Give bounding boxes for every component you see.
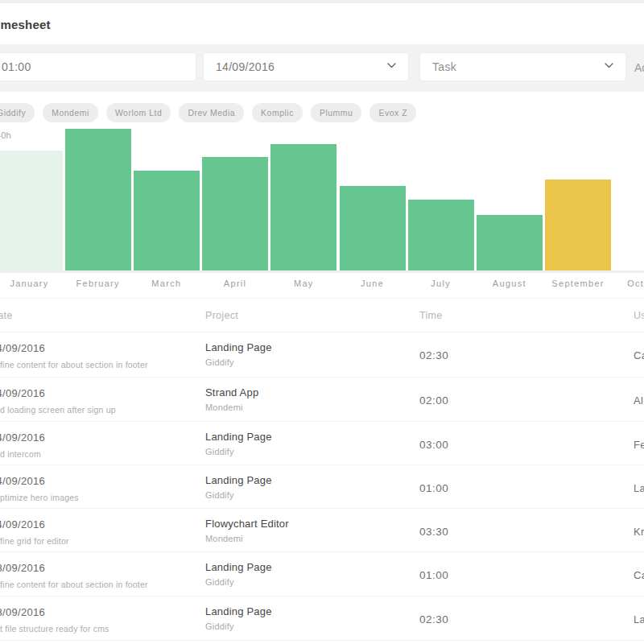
entry-time: 03:00	[419, 439, 448, 451]
month-label-october: October	[598, 279, 644, 288]
entry-client: Giddify	[205, 357, 272, 367]
table-row[interactable]: 13/09/2016 fine content for about sectio…	[0, 551, 644, 596]
entry-user: Ca	[634, 569, 644, 581]
entry-user: Kr	[634, 526, 644, 538]
monthly-hours-bar-chart: 40h 30h 20h 10h JanuaryFebruaryMarchApri…	[0, 121, 644, 294]
table-row[interactable]: 14/09/2016 d intercom Landing PageGiddif…	[0, 421, 644, 465]
entry-date: 14/09/2016	[0, 431, 45, 444]
entry-time: 03:30	[419, 526, 448, 538]
entry-time: 01:00	[419, 569, 448, 581]
entry-time: 01:00	[419, 482, 448, 494]
chevron-down-icon[interactable]	[605, 63, 613, 68]
date-filter-value: 14/09/2016	[216, 60, 275, 73]
entry-project: Landing Page	[205, 474, 272, 486]
entry-client: Giddify	[205, 577, 272, 587]
table-row[interactable]: 14/09/2016 fine grid for editor Flowycha…	[0, 508, 644, 552]
timesheet-app: Timesheet 01:00 14/09/2016 Task Ac Giddi…	[0, 0, 644, 644]
client-filter-pills: Giddify Mondemi Worlom Ltd Drev Media Ko…	[0, 103, 416, 122]
bar-april[interactable]	[202, 157, 268, 270]
chevron-down-icon[interactable]	[387, 63, 396, 68]
entry-task-description: t file structure ready for cms	[0, 624, 109, 634]
table-row[interactable]: 14/09/2016 fine content for about sectio…	[0, 332, 644, 377]
entry-user: La	[634, 482, 644, 494]
entry-user: La	[634, 613, 644, 625]
page-title: Timesheet	[0, 18, 51, 31]
entry-user: Ca	[634, 349, 644, 361]
bar-may[interactable]	[270, 144, 336, 271]
entry-task-description: d intercom	[0, 449, 41, 459]
entry-project: Strand App	[205, 386, 258, 398]
table-row[interactable]: 14/09/2016 d loading screen after sign u…	[0, 377, 644, 421]
table-bottom-border	[0, 640, 644, 641]
column-header-time: Time	[419, 310, 443, 321]
entry-date: 14/09/2016	[0, 475, 45, 487]
time-filter-input[interactable]: 01:00	[0, 53, 196, 80]
x-axis-baseline	[0, 270, 644, 273]
client-pill-mondemi[interactable]: Mondemi	[43, 103, 98, 122]
client-pill-worlom-ltd[interactable]: Worlom Ltd	[106, 103, 171, 122]
bar-june[interactable]	[340, 186, 406, 270]
date-filter-select[interactable]: 14/09/2016	[204, 53, 408, 80]
entry-client: Mondemi	[205, 534, 289, 543]
client-pill-drev-media[interactable]: Drev Media	[179, 103, 244, 122]
entry-project: Flowychart Editor	[205, 518, 289, 530]
entry-client: Giddify	[205, 490, 272, 500]
column-header-project: Project	[205, 310, 238, 321]
task-filter-placeholder: Task	[432, 60, 456, 73]
y-axis-tick: 40h	[0, 130, 11, 140]
entry-task-description: fine grid for editor	[0, 536, 69, 546]
entry-time: 02:30	[419, 349, 448, 361]
entry-client: Giddify	[205, 447, 272, 456]
entry-date: 14/09/2016	[0, 518, 45, 530]
entry-project: Landing Page	[205, 605, 272, 617]
entry-task-description: fine content for about section in footer	[0, 580, 148, 589]
client-pill-plummu[interactable]: Plummu	[311, 103, 362, 122]
filter-bar: 01:00 14/09/2016 Task Ac	[0, 44, 644, 92]
entry-client: Giddify	[205, 621, 272, 631]
entry-date: 14/09/2016	[0, 342, 45, 354]
column-header-date: Date	[0, 310, 13, 321]
bar-march[interactable]	[134, 171, 200, 270]
app-canvas: Timesheet 01:00 14/09/2016 Task Ac Giddi…	[0, 0, 644, 644]
client-pill-komplic[interactable]: Komplic	[252, 103, 303, 122]
top-divider	[0, 0, 644, 3]
bar-august[interactable]	[477, 215, 543, 270]
client-pill-giddify[interactable]: Giddify	[0, 103, 35, 122]
task-filter-select[interactable]: Task	[420, 53, 625, 80]
cut-off-action-label[interactable]: Ac	[634, 61, 644, 74]
entry-date: 13/09/2016	[0, 562, 45, 574]
entry-time: 02:30	[419, 613, 448, 625]
table-row[interactable]: 13/09/2016 t file structure ready for cm…	[0, 596, 644, 640]
column-header-user: Us	[634, 310, 644, 321]
bar-september[interactable]	[545, 180, 611, 270]
entry-project: Landing Page	[205, 341, 272, 353]
time-filter-value: 01:00	[2, 60, 31, 73]
entry-task-description: fine content for about section in footer	[0, 360, 148, 369]
entry-task-description: d loading screen after sign up	[0, 405, 116, 415]
entry-user: Al	[634, 394, 643, 407]
entry-task-description: ptimize hero images	[0, 493, 79, 502]
table-row[interactable]: 14/09/2016 ptimize hero images Landing P…	[0, 464, 644, 509]
entry-project: Landing Page	[205, 561, 272, 573]
entry-date: 14/09/2016	[0, 387, 45, 399]
client-pill-evox-z[interactable]: Evox Z	[369, 103, 416, 122]
bar-february[interactable]	[65, 129, 131, 270]
entry-user: Fe	[634, 439, 644, 451]
bar-july[interactable]	[408, 200, 474, 270]
table-header: Date Project Time Us	[0, 299, 644, 332]
entry-client: Mondemi	[205, 402, 258, 412]
entry-time: 02:00	[419, 394, 448, 407]
entry-date: 13/09/2016	[0, 606, 45, 618]
entry-project: Landing Page	[205, 431, 272, 443]
bar-january[interactable]	[0, 151, 63, 270]
